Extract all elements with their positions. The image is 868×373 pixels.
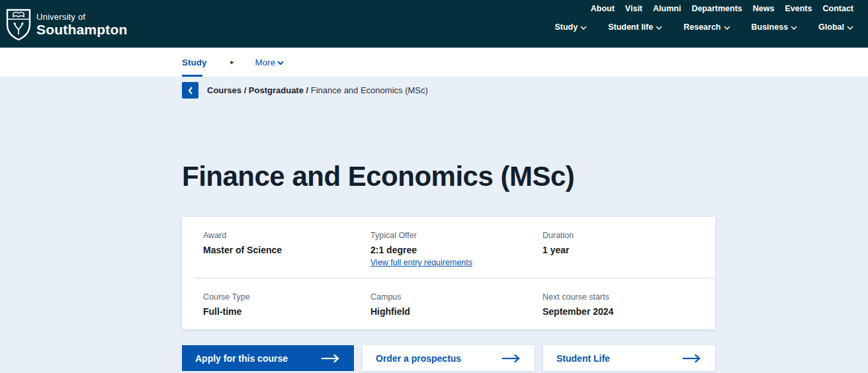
primary-nav-study[interactable]: Study bbox=[554, 22, 587, 32]
utility-nav-events[interactable]: Events bbox=[785, 4, 812, 13]
order-prospectus-label: Order a prospectus bbox=[376, 353, 461, 364]
utility-nav-alumni[interactable]: Alumni bbox=[653, 4, 681, 13]
primary-nav-student-life-label: Student life bbox=[608, 22, 653, 32]
site-header: University of Southampton About Visit Al… bbox=[0, 0, 868, 48]
university-logo-text: University of Southampton bbox=[36, 13, 128, 36]
fact-value: Full-time bbox=[203, 306, 370, 317]
chevron-down-icon bbox=[791, 26, 797, 30]
fact-label: Award bbox=[203, 231, 370, 240]
breadcrumb-current: Finance and Economics (MSc) bbox=[311, 85, 428, 95]
entry-requirements-link[interactable]: View full entry requirements bbox=[370, 258, 472, 267]
chevron-down-icon bbox=[656, 26, 662, 30]
back-button[interactable] bbox=[182, 82, 198, 99]
primary-nav-research-label: Research bbox=[683, 22, 720, 32]
primary-nav-student-life[interactable]: Student life bbox=[608, 22, 662, 32]
primary-nav-business-label: Business bbox=[752, 22, 789, 32]
fact-course-type: Course Type Full-time bbox=[203, 292, 370, 317]
fact-value: 2:1 degree bbox=[370, 245, 542, 255]
university-crest-icon bbox=[5, 8, 32, 41]
student-life-label: Student Life bbox=[556, 353, 610, 364]
breadcrumb: Courses / Postgraduate / Finance and Eco… bbox=[0, 82, 868, 99]
active-tab-underline bbox=[182, 75, 202, 77]
apply-course-label: Apply for this course bbox=[195, 353, 288, 364]
breadcrumb-path[interactable]: Courses / Postgraduate / bbox=[207, 85, 308, 95]
facts-row-2: Course Type Full-time Campus Highfield N… bbox=[182, 278, 715, 329]
chevron-down-icon bbox=[580, 26, 587, 30]
chevron-down-icon bbox=[277, 61, 284, 65]
primary-nav-global[interactable]: Global bbox=[818, 22, 853, 32]
breadcrumb-text: Courses / Postgraduate / Finance and Eco… bbox=[207, 85, 428, 95]
arrow-right-icon bbox=[681, 353, 702, 364]
apply-course-button[interactable]: Apply for this course bbox=[182, 345, 354, 371]
fact-label: Course Type bbox=[203, 292, 370, 302]
utility-nav: About Visit Alumni Departments News Even… bbox=[591, 4, 853, 13]
fact-campus: Campus Highfield bbox=[370, 292, 542, 317]
primary-nav-study-label: Study bbox=[554, 22, 578, 32]
arrow-right-icon bbox=[500, 353, 521, 364]
utility-nav-contact[interactable]: Contact bbox=[822, 4, 853, 13]
primary-nav: Study Student life Research Business Glo… bbox=[554, 22, 853, 32]
logo-line2: Southampton bbox=[36, 22, 128, 36]
logo-line1: University of bbox=[36, 13, 128, 21]
order-prospectus-button[interactable]: Order a prospectus bbox=[363, 345, 535, 371]
fact-next-start: Next course starts September 2024 bbox=[542, 292, 715, 317]
page-title: Finance and Economics (MSc) bbox=[0, 161, 868, 192]
fact-duration: Duration 1 year bbox=[542, 231, 715, 268]
subnav-more-dropdown[interactable]: More bbox=[255, 58, 284, 67]
arrow-right-icon bbox=[320, 353, 341, 364]
fact-value: Master of Science bbox=[203, 245, 370, 255]
action-buttons: Apply for this course Order a prospectus… bbox=[182, 345, 868, 371]
course-facts-card: Award Master of Science Typical Offer 2:… bbox=[182, 217, 715, 329]
fact-label: Campus bbox=[370, 292, 542, 302]
chevron-down-icon bbox=[847, 26, 853, 30]
student-life-button[interactable]: Student Life bbox=[543, 345, 715, 371]
subnav-more-label: More bbox=[255, 58, 276, 67]
fact-label: Next course starts bbox=[542, 292, 715, 302]
utility-nav-departments[interactable]: Departments bbox=[691, 4, 742, 13]
primary-nav-global-label: Global bbox=[818, 22, 844, 32]
utility-nav-visit[interactable]: Visit bbox=[625, 4, 642, 13]
fact-label: Typical Offer bbox=[370, 231, 542, 240]
section-subnav: Study ▸ More bbox=[0, 48, 868, 77]
utility-nav-news[interactable]: News bbox=[753, 4, 775, 13]
utility-nav-about[interactable]: About bbox=[591, 4, 615, 13]
fact-value: September 2024 bbox=[542, 306, 715, 317]
main-content: Courses / Postgraduate / Finance and Eco… bbox=[0, 82, 868, 371]
fact-value: 1 year bbox=[542, 245, 715, 255]
fact-typical-offer: Typical Offer 2:1 degree View full entry… bbox=[370, 231, 542, 268]
subnav-item-study[interactable]: Study bbox=[182, 58, 207, 67]
primary-nav-research[interactable]: Research bbox=[683, 22, 730, 32]
chevron-left-icon bbox=[188, 87, 193, 95]
primary-nav-business[interactable]: Business bbox=[752, 22, 798, 32]
fact-value: Highfield bbox=[370, 306, 542, 317]
university-logo[interactable]: University of Southampton bbox=[5, 1, 128, 48]
facts-row-1: Award Master of Science Typical Offer 2:… bbox=[182, 217, 715, 278]
fact-award: Award Master of Science bbox=[203, 231, 370, 268]
caret-right-icon: ▸ bbox=[231, 59, 234, 65]
fact-label: Duration bbox=[542, 231, 715, 240]
chevron-down-icon bbox=[724, 26, 730, 30]
header-navs: About Visit Alumni Departments News Even… bbox=[554, 0, 853, 48]
